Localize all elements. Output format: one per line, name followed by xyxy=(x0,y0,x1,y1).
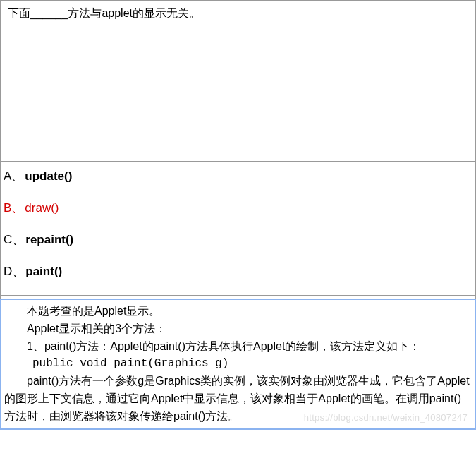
option-c[interactable]: C、 repaint() xyxy=(1,226,475,258)
option-b-prefix: B、 xyxy=(4,200,23,216)
question-text: 下面______方法与applet的显示无关。 xyxy=(8,5,468,22)
option-b-text: draw() xyxy=(25,201,59,215)
option-a-prefix: A、 xyxy=(4,168,23,184)
option-c-text: repaint() xyxy=(25,233,73,247)
options-panel: A、 update() B、 draw() C、 repaint() D、 pa… xyxy=(0,161,476,296)
option-d-text: paint() xyxy=(25,265,62,279)
exp-line-4: public void paint(Graphics g) xyxy=(4,355,470,373)
option-a[interactable]: A、 update() xyxy=(1,162,475,194)
question-panel: 下面______方法与applet的显示无关。 xyxy=(0,0,476,167)
option-b[interactable]: B、 draw() xyxy=(1,194,475,226)
exp-line-2: Applet显示相关的3个方法： xyxy=(4,320,470,338)
option-d[interactable]: D、 paint() xyxy=(1,258,475,295)
explanation-panel: 本题考查的是Applet显示。 Applet显示相关的3个方法： 1、paint… xyxy=(0,299,476,430)
exp-line-1: 本题考查的是Applet显示。 xyxy=(4,303,470,320)
watermark: https://blog.csdn.net/weixin_40807247 xyxy=(304,411,468,425)
option-c-prefix: C、 xyxy=(4,232,24,248)
option-a-text: update() xyxy=(25,169,72,184)
exp-line-3: 1、paint()方法：Applet的paint()方法具体执行Applet的绘… xyxy=(4,338,470,356)
option-d-prefix: D、 xyxy=(4,263,24,279)
